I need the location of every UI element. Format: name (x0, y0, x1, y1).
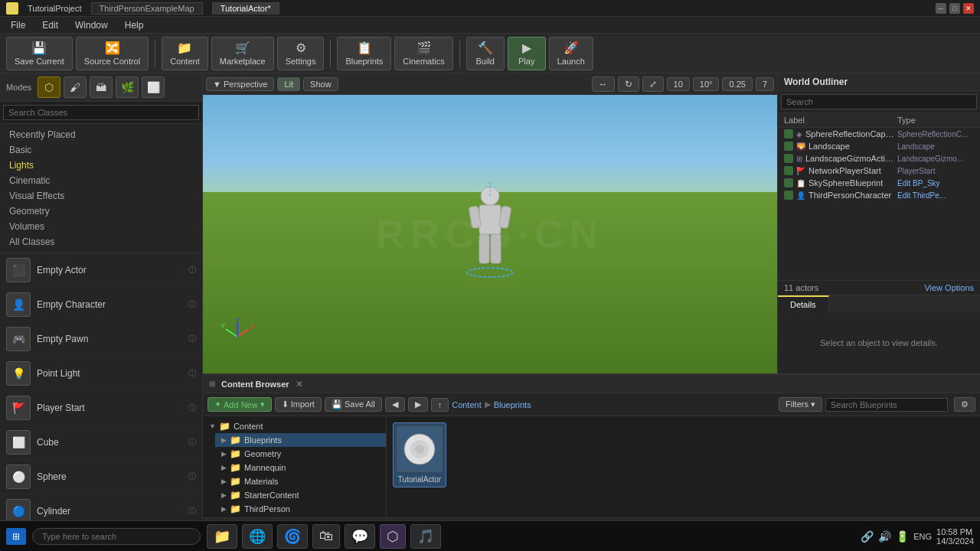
tree-item-starter[interactable]: ▶ 📁 StarterContent (215, 488, 386, 502)
list-item-empty-actor[interactable]: ⬛ Empty Actor ⓘ (0, 253, 202, 288)
visibility-toggle-6[interactable] (784, 191, 793, 200)
category-visual-effects[interactable]: Visual Effects (0, 188, 202, 204)
tree-item-geometry[interactable]: ▶ 📁 Geometry (215, 447, 386, 461)
source-control-button[interactable]: 🔀 Source Control (76, 37, 149, 70)
list-item-player-start[interactable]: 🚩 Player Start ⓘ (0, 391, 202, 425)
outliner-search-input[interactable] (781, 94, 977, 109)
list-item-sphere[interactable]: ⚪ Sphere ⓘ (0, 460, 202, 494)
taskbar-app-explorer[interactable]: 📁 (207, 524, 237, 549)
category-geometry[interactable]: Geometry (0, 204, 202, 219)
play-button[interactable]: ▶ Play (508, 37, 546, 70)
menu-help[interactable]: Help (117, 18, 152, 32)
nav-back-button[interactable]: ◀ (385, 397, 405, 412)
viewport-num-button[interactable]: 7 (756, 77, 774, 91)
list-item-empty-character[interactable]: 👤 Empty Character ⓘ (0, 288, 202, 322)
cb-search-input[interactable] (825, 398, 948, 412)
save-current-button[interactable]: 💾 Save Current (6, 37, 73, 70)
outliner-item-sphere[interactable]: ◈ SphereReflectionCapt... SphereReflecti… (778, 128, 980, 140)
list-item-empty-pawn[interactable]: 🎮 Empty Pawn ⓘ (0, 322, 202, 357)
tree-item-materials[interactable]: ▶ 📁 Materials (215, 474, 386, 488)
start-button[interactable]: ⊞ (6, 528, 26, 545)
build-button[interactable]: 🔨 Build (466, 37, 505, 70)
player-start-info[interactable]: ⓘ (188, 403, 196, 413)
taskbar-app-ie[interactable]: 🌀 (277, 524, 308, 549)
settings-button[interactable]: ⚙ Settings (277, 37, 325, 70)
outliner-item-skyblueprint[interactable]: 📋 SkySphereBlueprint Edit BP_Sky (778, 177, 980, 189)
perspective-button[interactable]: ▼ Perspective (206, 77, 274, 91)
mode-geometry[interactable]: ⬜ (142, 77, 165, 98)
visibility-toggle-5[interactable] (784, 178, 793, 187)
cylinder-info[interactable]: ⓘ (188, 506, 196, 517)
grid-scale-button[interactable]: 0.25 (722, 77, 752, 91)
visibility-toggle[interactable] (784, 129, 793, 139)
cinematics-button[interactable]: 🎬 Cinematics (394, 37, 452, 70)
cube-info[interactable]: ⓘ (188, 437, 196, 448)
category-recently-placed[interactable]: Recently Placed (0, 127, 202, 142)
filters-button[interactable]: Filters ▾ (779, 397, 822, 412)
import-button[interactable]: ⬇ Import (275, 397, 322, 412)
breadcrumb-root[interactable]: Content (452, 400, 482, 409)
outliner-item-landscape[interactable]: 🌄 Landscape Landscape (778, 140, 980, 152)
cb-close-button[interactable]: ✕ (296, 379, 303, 390)
category-volumes[interactable]: Volumes (0, 219, 202, 234)
taskbar-app-edge[interactable]: 🌐 (242, 524, 273, 549)
category-cinematic[interactable]: Cinematic (0, 173, 202, 188)
marketplace-button[interactable]: 🛒 Marketplace (211, 37, 274, 70)
tree-item-blueprints[interactable]: ▶ 📁 Blueprints (215, 433, 386, 447)
save-all-button[interactable]: 💾 Save All (325, 397, 382, 412)
menu-file[interactable]: File (3, 18, 33, 32)
minimize-button[interactable]: ─ (936, 3, 946, 14)
category-all-classes[interactable]: All Classes (0, 234, 202, 249)
taskbar-app-whatsapp[interactable]: 💬 (345, 524, 375, 549)
tree-item-content[interactable]: ▼ 📁 Content (203, 419, 386, 433)
asset-tutorial-actor[interactable]: TutorialActor (393, 422, 446, 487)
lit-button[interactable]: Lit (277, 77, 300, 91)
content-button[interactable]: 📁 Content (162, 37, 208, 70)
tray-sound[interactable]: 🔊 (878, 530, 891, 543)
mode-landscape[interactable]: 🏔 (90, 77, 113, 98)
blueprints-button[interactable]: 📋 Blueprints (337, 37, 391, 70)
grid-angle-button[interactable]: 10° (693, 77, 720, 91)
tab-tutorial[interactable]: TutorialActor* (212, 2, 279, 15)
visibility-toggle-4[interactable] (784, 166, 793, 175)
menu-window[interactable]: Window (67, 18, 116, 32)
empty-character-info[interactable]: ⓘ (188, 299, 196, 310)
point-light-info[interactable]: ⓘ (188, 368, 196, 379)
list-item-cube[interactable]: ⬜ Cube ⓘ (0, 425, 202, 460)
translate-button[interactable]: ↔ (592, 77, 615, 92)
taskbar-app-ue4[interactable]: ⬡ (380, 524, 406, 549)
list-item-point-light[interactable]: 💡 Point Light ⓘ (0, 357, 202, 391)
tab-map[interactable]: ThirdPersonExampleMap (91, 2, 203, 15)
show-button[interactable]: Show (303, 77, 338, 91)
empty-actor-info[interactable]: ⓘ (188, 265, 196, 276)
mode-select[interactable]: ⬡ (38, 77, 60, 98)
tree-item-mannequin[interactable]: ▶ 📁 Mannequin (215, 461, 386, 474)
tray-network[interactable]: 🔗 (861, 530, 874, 543)
taskbar-app-store[interactable]: 🛍 (312, 524, 340, 549)
view-options-button[interactable]: View Options (924, 283, 974, 292)
visibility-toggle-2[interactable] (784, 142, 793, 151)
tab-details[interactable]: Details (778, 295, 829, 312)
nav-up-button[interactable]: ↑ (431, 398, 449, 412)
mode-paint[interactable]: 🖌 (64, 77, 87, 98)
empty-pawn-info[interactable]: ⓘ (188, 334, 196, 344)
nav-forward-button[interactable]: ▶ (408, 397, 428, 412)
menu-edit[interactable]: Edit (34, 18, 66, 32)
category-basic[interactable]: Basic (0, 142, 202, 158)
add-new-button[interactable]: ✦ Add New ▾ (207, 397, 272, 412)
outliner-item-character[interactable]: 👤 ThirdPersonCharacter Edit ThirdPe... (778, 189, 980, 201)
outliner-item-playerstart[interactable]: 🚩 NetworkPlayerStart PlayerStart (778, 165, 980, 177)
breadcrumb-current[interactable]: Blueprints (494, 400, 531, 409)
viewport[interactable]: X Y Z RRCG·CN (203, 95, 777, 373)
scale-button[interactable]: ⤢ (642, 77, 664, 92)
close-button[interactable]: ✕ (963, 3, 974, 14)
tray-battery[interactable]: 🔋 (896, 530, 909, 543)
taskbar-app-media[interactable]: 🎵 (410, 524, 441, 549)
tree-item-thirdperson[interactable]: ▶ 📁 ThirdPerson (215, 502, 386, 516)
camera-speed-button[interactable]: 10 (667, 77, 690, 91)
mode-foliage[interactable]: 🌿 (116, 77, 139, 98)
visibility-toggle-3[interactable] (784, 154, 793, 163)
outliner-item-gizmo[interactable]: ⊞ LandscapeGizmoActiv... LandscapeGizmo.… (778, 152, 980, 165)
maximize-button[interactable]: □ (949, 3, 960, 14)
sphere-info[interactable]: ⓘ (188, 471, 196, 482)
